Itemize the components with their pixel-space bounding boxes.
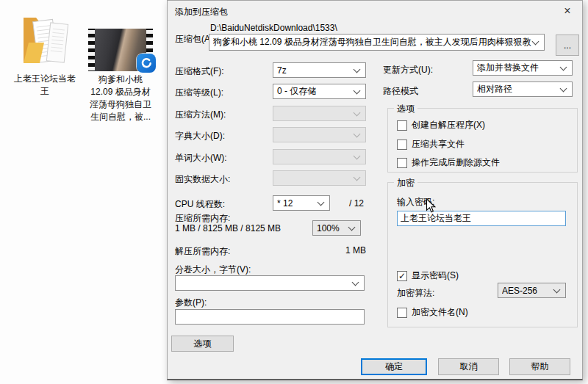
dictionary-label: 字典大小(D): — [175, 130, 225, 142]
memory-decompress-label: 解压所需内存: — [175, 245, 230, 258]
desktop-icon-video[interactable]: 狗爹和小桃 12.09 极品身材 淫荡母狗独自卫 生间自慰，被... — [86, 29, 155, 123]
chevron-down-icon[interactable] — [531, 38, 540, 47]
checkbox-box[interactable] — [397, 308, 407, 318]
help-button[interactable]: 帮助 — [509, 358, 570, 375]
ok-button-label: 确定 — [385, 361, 403, 373]
create-sfx-checkbox[interactable]: 创建自解压程序(X) — [397, 119, 485, 131]
video-label-line: 生间自慰，被... — [86, 111, 155, 123]
help-button-label: 帮助 — [531, 361, 549, 373]
method-label: 压缩方法(M): — [175, 109, 226, 121]
chevron-down-icon[interactable] — [317, 199, 326, 208]
cpu-threads-combobox[interactable]: * 12 — [273, 195, 330, 211]
encryption-method-value: AES-256 — [502, 286, 553, 296]
compress-shared-label: 压缩共享文件 — [412, 138, 465, 151]
update-mode-combobox[interactable]: 添加并替换文件 — [473, 60, 573, 76]
cancel-button-label: 取消 — [460, 361, 478, 373]
cpu-threads-max: / 12 — [349, 198, 364, 209]
chevron-down-icon — [353, 131, 362, 140]
format-value: 7z — [277, 65, 353, 76]
encryption-group: 加密 输入密码: ✓ 显示密码(S) 加密算法: AES-256 加密文件名(N… — [387, 182, 578, 327]
path-mode-combobox[interactable]: 相对路径 — [473, 81, 573, 97]
level-label: 压缩等级(L): — [175, 87, 223, 99]
archive-label: 压缩包(A) — [175, 33, 213, 46]
dialog-title: 添加到压缩包 — [175, 6, 228, 18]
update-mode-label: 更新方式(U): — [383, 64, 433, 76]
browse-button-label: ... — [564, 40, 571, 51]
volume-size-label: 分卷大小，字节(V): — [175, 264, 251, 276]
close-icon[interactable]: × — [556, 3, 578, 19]
options-group-title: 选项 — [394, 103, 417, 115]
checkbox-box[interactable] — [397, 158, 407, 168]
checkbox-box[interactable] — [397, 120, 407, 131]
dialog-titlebar[interactable]: 添加到压缩包 × — [168, 1, 582, 21]
memory-percent-combobox[interactable]: 100% — [312, 220, 361, 236]
parameters-input[interactable] — [175, 309, 365, 325]
delete-after-label: 操作完成后删除源文件 — [412, 156, 500, 169]
memory-decompress-value: 1 MB — [337, 245, 366, 256]
password-input[interactable] — [397, 211, 566, 226]
video-icon-label: 狗爹和小桃 12.09 极品身材 淫荡母狗独自卫 生间自慰，被... — [86, 73, 155, 123]
chevron-down-icon[interactable] — [559, 85, 568, 94]
chevron-down-icon — [353, 174, 362, 183]
chevron-down-icon — [353, 153, 362, 162]
update-mode-value: 添加并替换文件 — [477, 62, 559, 74]
level-combobox[interactable]: 0 - 仅存储 — [273, 84, 366, 99]
options-group: 选项 创建自解压程序(X) 压缩共享文件 操作完成后删除源文件 — [387, 108, 578, 173]
format-combobox[interactable]: 7z — [273, 62, 366, 78]
memory-percent-value: 100% — [317, 223, 348, 233]
checkbox-box[interactable] — [397, 140, 407, 150]
ok-button[interactable]: 确定 — [361, 358, 427, 375]
path-mode-label: 路径模式 — [383, 85, 418, 98]
encrypt-filenames-checkbox[interactable]: 加密文件名(N) — [397, 306, 468, 319]
dictionary-combobox — [273, 127, 366, 142]
chevron-down-icon[interactable] — [353, 66, 362, 75]
memory-compress-detail: 1 MB / 8125 MB / 8125 MB — [175, 223, 281, 233]
delete-after-checkbox[interactable]: 操作完成后删除源文件 — [397, 156, 500, 169]
encryption-method-label: 加密算法: — [397, 287, 434, 300]
browse-button[interactable]: ... — [556, 35, 579, 56]
password-label: 输入密码: — [397, 196, 434, 209]
video-label-line: 淫荡母狗独自卫 — [86, 98, 155, 111]
compress-shared-checkbox[interactable]: 压缩共享文件 — [397, 138, 465, 151]
checkbox-box-checked[interactable]: ✓ — [397, 271, 407, 281]
cancel-button[interactable]: 取消 — [438, 358, 499, 375]
chevron-down-icon[interactable] — [559, 64, 568, 73]
chevron-down-icon — [353, 109, 362, 118]
archive-name-value: 狗爹和小桃 12.09 极品身材淫荡母狗独自卫生间自慰，被主人发现后用肉棒狠狠教… — [213, 36, 531, 48]
cpu-threads-label: CPU 线程数: — [175, 198, 225, 211]
show-password-label: 显示密码(S) — [412, 269, 459, 282]
format-label: 压缩格式(F): — [175, 65, 224, 78]
cpu-threads-value: * 12 — [277, 198, 317, 209]
chevron-down-icon[interactable] — [553, 286, 562, 295]
encrypt-filenames-label: 加密文件名(N) — [412, 306, 468, 319]
show-password-checkbox[interactable]: ✓ 显示密码(S) — [397, 269, 459, 282]
player-badge-icon — [137, 54, 156, 73]
encryption-group-title: 加密 — [394, 177, 417, 189]
path-mode-value: 相对路径 — [477, 83, 559, 95]
parameters-label: 参数(P): — [175, 297, 207, 309]
folder-icon-label: 上老王论坛当老王 — [11, 73, 79, 98]
filmstrip-holes-left — [88, 29, 95, 71]
options-button[interactable]: 选项 — [171, 336, 234, 352]
word-size-combobox — [273, 149, 366, 164]
video-thumbnail — [88, 29, 153, 71]
video-label-line: 狗爹和小桃 — [86, 73, 155, 86]
add-to-archive-dialog: 添加到压缩包 × 压缩包(A) D:\BaiduNetdiskDownload\… — [167, 0, 583, 380]
check-icon: ✓ — [398, 272, 406, 280]
chevron-down-icon[interactable] — [351, 279, 360, 288]
level-value: 0 - 仅存储 — [277, 85, 353, 98]
encryption-method-combobox[interactable]: AES-256 — [498, 283, 566, 298]
archive-path: D:\BaiduNetdiskDownload\1533\ — [210, 23, 337, 33]
desktop-icon-folder[interactable]: 上老王论坛当老王 — [10, 12, 80, 98]
video-label-line: 12.09 极品身材 — [86, 86, 155, 98]
create-sfx-label: 创建自解压程序(X) — [412, 119, 485, 131]
word-size-label: 单词大小(W): — [175, 152, 227, 164]
options-button-label: 选项 — [194, 338, 212, 350]
solid-block-combobox — [273, 170, 366, 186]
chevron-down-icon[interactable] — [353, 87, 362, 96]
method-combobox — [273, 106, 366, 121]
chevron-down-icon[interactable] — [348, 224, 356, 233]
folder-icon — [21, 12, 69, 70]
archive-name-combobox[interactable]: 狗爹和小桃 12.09 极品身材淫荡母狗独自卫生间自慰，被主人发现后用肉棒狠狠教… — [209, 34, 545, 51]
volume-size-combobox[interactable] — [175, 275, 365, 291]
